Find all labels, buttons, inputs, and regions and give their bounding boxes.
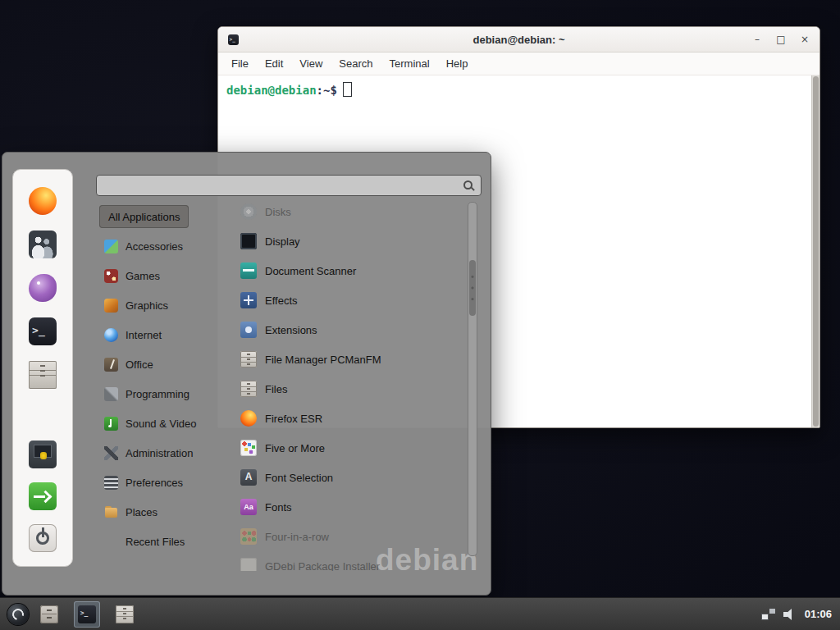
favorite-file-manager[interactable] <box>28 360 57 390</box>
category-recent-files[interactable]: Recent Files <box>99 527 232 556</box>
app-label: Font Selection <box>265 472 333 484</box>
taskbar-terminal[interactable] <box>74 601 100 628</box>
app-firefox-esr[interactable]: Firefox ESR <box>234 404 468 433</box>
app-document-scanner[interactable]: Document Scanner <box>234 256 468 285</box>
network-icon[interactable] <box>762 609 775 619</box>
menubar-item[interactable]: File <box>223 55 257 72</box>
menubar-item-label: View <box>299 57 322 70</box>
category-games[interactable]: Games <box>99 261 232 290</box>
terminal-title: debian@debian: ~ <box>218 34 819 46</box>
shutdown-icon <box>29 524 57 552</box>
categories-list: All Applications Accessories Games Graph… <box>99 202 232 556</box>
favorite-logout[interactable] <box>28 482 57 511</box>
category-label: Places <box>126 506 158 518</box>
desktop: debian@debian: ~ – □ × File Edit View Se… <box>0 0 840 630</box>
category-label: Internet <box>126 329 162 341</box>
prompt-path: :~$ <box>317 84 337 97</box>
maximize-icon[interactable]: □ <box>774 32 788 47</box>
app-file-manager-pcmanfm[interactable]: File Manager PCManFM <box>234 345 468 374</box>
menubar-item[interactable]: Edit <box>257 55 291 72</box>
menubar-item[interactable]: Help <box>438 55 477 72</box>
graphics-icon <box>104 299 118 313</box>
category-office[interactable]: Office <box>99 349 232 379</box>
category-administration[interactable]: Administration <box>99 438 232 468</box>
document-scanner-icon <box>240 262 257 279</box>
search-bar[interactable] <box>96 175 482 196</box>
minimize-icon[interactable]: – <box>751 32 764 47</box>
app-label: Effects <box>265 294 298 307</box>
terminal-titlebar[interactable]: debian@debian: ~ – □ × <box>218 27 819 52</box>
clock[interactable]: 01:06 <box>805 608 832 620</box>
menu-button[interactable] <box>5 601 31 628</box>
favorite-pidgin[interactable] <box>28 273 57 303</box>
favorites-top <box>28 186 57 390</box>
favorite-firefox[interactable] <box>28 186 57 216</box>
taskbar-launchers <box>36 601 138 628</box>
app-label: File Manager PCManFM <box>265 354 381 366</box>
favorite-users[interactable] <box>28 230 57 259</box>
users-icon <box>29 231 57 258</box>
menubar-item-label: Help <box>446 57 468 70</box>
category-label: Office <box>126 358 153 371</box>
prompt-user-host: debian@debian <box>226 84 317 97</box>
category-programming[interactable]: Programming <box>99 379 232 409</box>
menubar-item[interactable]: Terminal <box>381 55 438 72</box>
firefox-icon <box>29 187 57 215</box>
search-icon <box>463 180 474 191</box>
window-controls: – □ × <box>751 27 811 52</box>
places-icon <box>104 505 118 519</box>
category-label: Administration <box>126 447 193 459</box>
programming-icon <box>104 387 118 401</box>
gdebi-icon <box>240 558 257 571</box>
app-five-or-more[interactable]: Five or More <box>234 433 468 463</box>
app-font-selection[interactable]: Font Selection <box>234 463 468 492</box>
app-label: Fonts <box>265 501 292 514</box>
category-label: Accessories <box>126 240 183 253</box>
administration-icon <box>104 446 118 460</box>
category-sound-video[interactable]: Sound & Video <box>99 409 232 438</box>
terminal-icon <box>78 605 96 623</box>
app-four-in-a-row[interactable]: Four-in-a-row <box>234 522 468 551</box>
sound-video-icon <box>104 417 118 431</box>
app-disks[interactable]: Disks <box>234 197 468 226</box>
system-tray: 01:06 <box>762 608 835 620</box>
menubar-item[interactable]: View <box>291 55 331 72</box>
terminal-scrollbar[interactable] <box>811 75 819 427</box>
app-display[interactable]: Display <box>234 226 468 256</box>
logout-icon <box>29 482 57 510</box>
app-files[interactable]: Files <box>234 374 468 404</box>
app-effects[interactable]: Effects <box>234 285 468 315</box>
category-accessories[interactable]: Accessories <box>99 231 232 261</box>
close-icon[interactable]: × <box>798 32 811 47</box>
category-internet[interactable]: Internet <box>99 320 232 349</box>
category-label: All Applications <box>108 211 180 223</box>
category-label: Sound & Video <box>126 418 197 430</box>
file-manager-icon <box>29 361 57 389</box>
apps-scrollbar[interactable] <box>468 202 477 556</box>
category-places[interactable]: Places <box>99 497 232 527</box>
preferences-icon <box>104 476 118 490</box>
favorite-terminal[interactable] <box>28 317 57 346</box>
terminal-scrollbar-thumb[interactable] <box>813 76 819 427</box>
taskbar-files[interactable] <box>112 601 138 628</box>
search-input[interactable] <box>97 176 463 195</box>
extensions-icon <box>240 322 257 338</box>
five-or-more-icon <box>240 440 257 456</box>
volume-icon[interactable] <box>783 609 797 620</box>
files-icon <box>116 605 134 623</box>
app-label: Four-in-a-row <box>265 531 329 543</box>
app-extensions[interactable]: Extensions <box>234 315 468 345</box>
menubar-item[interactable]: Search <box>331 55 381 72</box>
favorite-shutdown[interactable] <box>28 523 57 553</box>
apps-scrollbar-thumb[interactable] <box>469 260 476 316</box>
app-gdebi-package-installer[interactable]: GDebi Package Installer <box>234 551 468 571</box>
app-fonts[interactable]: Fonts <box>234 492 468 522</box>
category-all-applications[interactable]: All Applications <box>99 205 189 228</box>
favorite-lock-screen[interactable] <box>28 440 57 469</box>
category-preferences[interactable]: Preferences <box>99 468 232 497</box>
menubar-item-label: Terminal <box>390 57 430 70</box>
category-graphics[interactable]: Graphics <box>99 290 232 320</box>
file-manager-icon <box>240 351 257 368</box>
internet-icon <box>104 328 118 342</box>
taskbar-file-manager[interactable] <box>36 601 62 628</box>
